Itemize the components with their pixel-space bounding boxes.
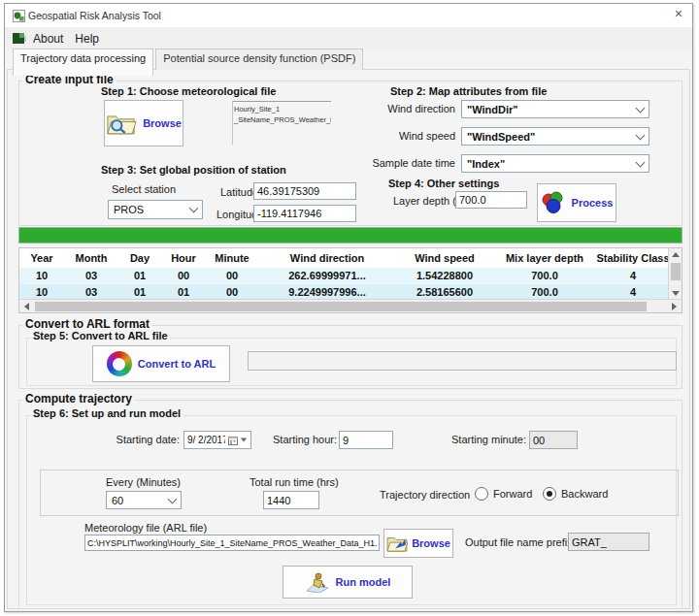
cell: 03: [64, 268, 118, 284]
convert-progress-bar: [248, 351, 677, 371]
compute-title: Compute trajectory: [22, 392, 135, 405]
colored-balls-icon: [541, 191, 566, 214]
scroll-down-icon[interactable]: [672, 291, 680, 296]
table-horizontal-scrollbar[interactable]: [19, 299, 682, 312]
close-icon[interactable]: ×: [675, 7, 682, 20]
output-prefix-field[interactable]: [568, 533, 649, 551]
processing-progress-bar: [18, 227, 682, 243]
col-mix-layer-depth[interactable]: Mix layer depth: [493, 248, 596, 268]
step1-title: Step 1: Choose meteorological file: [98, 85, 279, 97]
table-header-row: Year Month Day Hour Minute Wind directio…: [19, 248, 682, 268]
col-hour[interactable]: Hour: [161, 248, 206, 268]
forward-label: Forward: [493, 488, 532, 500]
scroll-left-icon[interactable]: [24, 303, 29, 310]
titlebar: Geospatial Risk Analysis Tool ×: [5, 4, 692, 27]
process-label: Process: [572, 197, 614, 209]
run-model-label: Run model: [336, 576, 391, 588]
convert-to-arl-label: Convert to ARL: [138, 358, 216, 370]
chevron-down-icon: [189, 204, 199, 213]
folder-arrow-icon: [386, 535, 408, 552]
wind-speed-select[interactable]: "WindSpeed": [461, 127, 649, 146]
met-file-name-line2: _SiteName_PROS_Weather_Data.csv: [234, 114, 330, 125]
menu-help[interactable]: Help: [72, 30, 108, 48]
color-wheel-icon: [107, 351, 132, 376]
vertical-scroll-thumb[interactable]: [671, 263, 681, 280]
browse-met-file-button[interactable]: Browse: [104, 100, 183, 146]
window-title: Geospatial Risk Analysis Tool: [28, 10, 161, 21]
station-select[interactable]: PROS: [108, 200, 203, 219]
starting-hour-field[interactable]: [339, 431, 393, 449]
step4-title: Step 4: Other settings: [385, 178, 502, 189]
cell: 700.0: [493, 268, 596, 284]
wind-speed-value: "WindSpeed": [467, 131, 637, 143]
col-minute[interactable]: Minute: [206, 248, 258, 268]
step2-title: Step 2: Map attributes from file: [387, 85, 549, 97]
about-menu-icon: [13, 32, 26, 45]
scroll-up-icon[interactable]: [672, 252, 680, 257]
starting-minute-field[interactable]: [529, 431, 578, 449]
browse-arl-label: Browse: [412, 537, 450, 549]
menu-about[interactable]: About: [30, 30, 72, 48]
met-arl-file-field[interactable]: [84, 535, 380, 551]
convert-title: Convert to ARL format: [22, 317, 152, 331]
every-minutes-label: Every (Minutes): [106, 476, 181, 488]
chevron-down-icon: [241, 438, 247, 442]
browse-arl-button[interactable]: Browse: [383, 529, 453, 558]
runner-icon: [305, 571, 330, 593]
cell: 1.54228800: [396, 268, 493, 284]
browse-met-file-label: Browse: [143, 117, 182, 129]
wind-direction-select[interactable]: "WindDir": [461, 100, 649, 118]
col-wind-direction[interactable]: Wind direction: [258, 248, 396, 268]
col-day[interactable]: Day: [118, 248, 161, 268]
sample-date-time-select[interactable]: "Index": [461, 154, 649, 173]
horizontal-scroll-thumb[interactable]: [35, 302, 647, 311]
table-row[interactable]: 10 03 01 00 00 262.69999971... 1.5422880…: [19, 268, 682, 284]
tab-psdf[interactable]: Potential source density function (PSDF): [155, 49, 363, 70]
weather-data-table: Year Month Day Hour Minute Wind directio…: [18, 247, 682, 313]
cell: 262.69999971...: [258, 268, 396, 284]
scroll-right-icon[interactable]: [672, 303, 677, 310]
total-run-time-label: Total run time (hrs): [250, 476, 339, 488]
step3-title: Step 3: Set global position of station: [98, 164, 289, 176]
cell: 00: [161, 268, 206, 284]
table-vertical-scrollbar[interactable]: [668, 248, 682, 300]
starting-date-picker[interactable]: 9/ 2/2017: [183, 431, 251, 449]
app-icon: [13, 10, 25, 22]
chevron-down-icon: [168, 494, 178, 503]
col-stability-class[interactable]: Stability Class: [596, 248, 670, 268]
wind-speed-label: Wind speed: [339, 130, 455, 142]
tab-trajectory-data-processing[interactable]: Trajectory data processing: [13, 49, 153, 76]
every-minutes-select[interactable]: 60: [106, 491, 182, 509]
met-file-name: Hourly_Site_1 _SiteName_PROS_Weather_Dat…: [232, 101, 331, 145]
radio-unselected-icon: [475, 487, 488, 501]
convert-to-arl-button[interactable]: Convert to ARL: [92, 345, 230, 382]
starting-hour-label: Starting hour:: [273, 434, 335, 445]
col-wind-speed[interactable]: Wind speed: [396, 248, 493, 268]
backward-label: Backward: [561, 488, 608, 500]
layer-depth-field[interactable]: [455, 191, 527, 209]
backward-radio[interactable]: Backward: [543, 487, 608, 501]
col-year[interactable]: Year: [19, 248, 64, 268]
menubar: About Help: [5, 27, 692, 49]
station-value: PROS: [114, 204, 190, 215]
chevron-down-icon: [636, 103, 646, 113]
cell: 10: [19, 268, 64, 284]
forward-radio[interactable]: Forward: [475, 487, 532, 501]
select-station-label: Select station: [112, 183, 176, 195]
total-run-time-field[interactable]: [263, 491, 319, 509]
output-prefix-label: Output file name prefix: [465, 536, 573, 548]
longitude-field[interactable]: [253, 205, 356, 222]
latitude-field[interactable]: [253, 182, 356, 200]
step6-title: Step 6: Set up and run model: [30, 407, 183, 419]
chevron-down-icon: [636, 130, 646, 140]
tabstrip: Trajectory data processing Potential sou…: [13, 49, 363, 70]
col-month[interactable]: Month: [64, 248, 118, 268]
run-model-button[interactable]: Run model: [283, 566, 413, 599]
met-file-name-line1: Hourly_Site_1: [234, 104, 330, 114]
sample-date-time-label: Sample date time: [339, 157, 455, 169]
wind-direction-label: Wind direction: [339, 103, 455, 114]
process-button[interactable]: Process: [537, 183, 616, 222]
starting-date-label: Starting date:: [92, 434, 180, 445]
folder-search-icon: [106, 111, 137, 136]
radio-selected-icon: [543, 487, 556, 501]
